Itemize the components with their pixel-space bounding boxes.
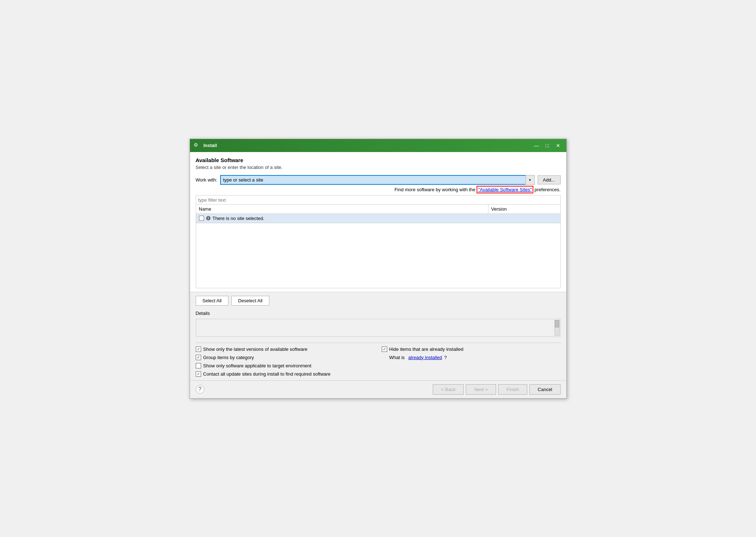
checkbox-group-by-category: Group items by category [196, 355, 375, 360]
window-icon: ⚙ [194, 142, 201, 149]
name-column-header: Name [196, 205, 488, 214]
cb-contact-sites-label: Contact all update sites during install … [203, 371, 331, 377]
footer-bar: ? < Back Next > Finish Cancel [190, 380, 566, 398]
title-bar: ⚙ Install — □ ✕ [190, 139, 566, 152]
page-title: Available Software [196, 157, 561, 163]
content-area: Available Software Select a site or ente… [190, 152, 566, 292]
table-body: ℹ There is no site selected. [196, 214, 561, 288]
work-with-input-wrapper: ▾ [220, 175, 535, 185]
cb-hide-installed-label: Hide items that are already installed [389, 346, 464, 352]
title-bar-left: ⚙ Install [194, 142, 217, 149]
version-cell [488, 214, 560, 223]
bottom-section: Select All Deselect All Details Show onl… [190, 292, 566, 380]
add-button[interactable]: Add... [538, 175, 561, 184]
install-window: ⚙ Install — □ ✕ Available Software Selec… [190, 139, 567, 399]
name-cell: ℹ There is no site selected. [196, 214, 488, 223]
software-sites-row: Find more software by working with the "… [196, 187, 561, 192]
already-installed-suffix: ? [444, 355, 447, 360]
selection-buttons-row: Select All Deselect All [196, 296, 561, 306]
checkboxes-grid: Show only the latest versions of availab… [196, 346, 561, 377]
table-empty-space [196, 223, 560, 288]
minimize-button[interactable]: — [532, 142, 541, 150]
already-installed-link[interactable]: already installed [408, 355, 442, 360]
cb-target-env[interactable] [196, 363, 201, 368]
no-site-label: There is no site selected. [213, 216, 265, 221]
cb-target-env-label: Show only software applicable to target … [203, 363, 311, 368]
work-with-row: Work with: ▾ Add... [196, 175, 561, 185]
checkbox-hide-installed: Hide items that are already installed [382, 346, 561, 352]
software-sites-prefix: Find more software by working with the [394, 187, 477, 192]
footer-buttons: < Back Next > Finish Cancel [433, 384, 560, 395]
cb-hide-installed[interactable] [382, 346, 387, 352]
deselect-all-button[interactable]: Deselect All [231, 296, 269, 306]
work-with-input[interactable] [220, 175, 535, 185]
finish-button[interactable]: Finish [498, 384, 527, 395]
checkbox-show-latest: Show only the latest versions of availab… [196, 346, 375, 352]
cb-group-category-label: Group items by category [203, 355, 254, 360]
close-button[interactable]: ✕ [553, 142, 563, 150]
back-button[interactable]: < Back [433, 384, 464, 395]
filter-input[interactable] [198, 197, 558, 203]
already-installed-info: What is already installed ? [382, 355, 561, 360]
left-checkbox-column: Show only the latest versions of availab… [196, 346, 375, 377]
help-button[interactable]: ? [196, 385, 204, 394]
work-with-dropdown-btn[interactable]: ▾ [525, 175, 535, 185]
scrollbar[interactable] [555, 320, 560, 336]
page-subtitle: Select a site or enter the location of a… [196, 165, 561, 170]
select-all-button[interactable]: Select All [196, 296, 228, 306]
checkbox-contact-sites: Contact all update sites during install … [196, 371, 375, 377]
title-bar-controls: — □ ✕ [532, 142, 563, 150]
window-title: Install [204, 143, 217, 148]
row-checkbox[interactable] [199, 216, 204, 221]
scrollbar-thumb[interactable] [555, 320, 559, 327]
available-software-sites-link[interactable]: "Available Software Sites" [477, 186, 533, 193]
cb-show-latest-label: Show only the latest versions of availab… [203, 346, 308, 352]
details-label: Details [196, 311, 561, 316]
work-with-label: Work with: [196, 177, 217, 183]
version-column-header: Version [488, 205, 560, 214]
checkbox-target-env: Show only software applicable to target … [196, 363, 375, 368]
cb-show-latest[interactable] [196, 346, 201, 352]
cancel-button[interactable]: Cancel [529, 384, 560, 395]
info-icon: ℹ [206, 216, 210, 220]
filter-row [196, 195, 561, 205]
details-panel [196, 319, 561, 337]
cb-group-category[interactable] [196, 355, 201, 360]
software-sites-suffix: preferences. [534, 187, 560, 192]
separator [196, 343, 561, 343]
details-section: Details [196, 309, 561, 340]
cb-contact-sites[interactable] [196, 371, 201, 377]
what-is-label: What is [389, 355, 405, 360]
table-row[interactable]: ℹ There is no site selected. [196, 214, 560, 223]
next-button[interactable]: Next > [466, 384, 496, 395]
right-checkbox-column: Hide items that are already installed Wh… [382, 346, 561, 377]
table-header: Name Version [196, 205, 561, 214]
maximize-button[interactable]: □ [543, 142, 552, 150]
